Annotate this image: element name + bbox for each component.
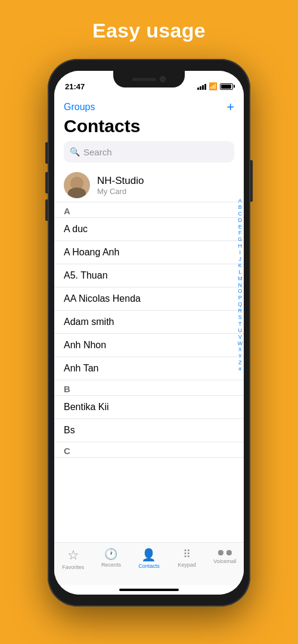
avatar [64, 172, 90, 198]
favorites-label: Favorites [62, 564, 84, 570]
section-header-b: B [54, 380, 244, 396]
tab-favorites[interactable]: ☆ Favorites [57, 548, 90, 570]
contacts-list: NH-Studio My Card A A duc A Hoang Anh A5… [54, 168, 244, 542]
list-item[interactable]: A5. Thuan [54, 264, 244, 287]
alpha-k[interactable]: K [238, 263, 242, 269]
contacts-label: Contacts [138, 563, 160, 569]
page-header: Contacts [54, 115, 244, 141]
keypad-label: Keypad [178, 562, 196, 568]
alpha-hash[interactable]: # [238, 367, 241, 373]
alpha-w[interactable]: W [238, 341, 243, 347]
phone-shell: 21:47 📶 Group [48, 59, 250, 607]
favorites-icon: ☆ [67, 548, 79, 563]
alpha-q[interactable]: Q [238, 302, 242, 308]
status-bar: 21:47 📶 [54, 71, 244, 97]
alphabet-index: A B C D E F G H I J K L M N O P Q [238, 198, 243, 373]
alpha-g[interactable]: G [238, 237, 242, 243]
list-item[interactable]: A Hoang Anh [54, 241, 244, 264]
alpha-r[interactable]: R [238, 308, 243, 314]
status-time: 21:47 [65, 82, 85, 91]
home-indicator [119, 589, 179, 591]
wifi-icon: 📶 [209, 82, 218, 90]
status-icons: 📶 [197, 82, 233, 90]
screen: 21:47 📶 Group [54, 71, 244, 595]
page-title: Easy usage [92, 19, 206, 42]
alpha-o[interactable]: O [238, 289, 242, 295]
notch-speaker [132, 78, 156, 81]
alpha-y[interactable]: Y [238, 354, 242, 359]
nav-bar: Groups + [54, 97, 244, 115]
groups-button[interactable]: Groups [64, 102, 95, 112]
add-contact-button[interactable]: + [226, 99, 234, 115]
alpha-b[interactable]: B [238, 205, 242, 211]
alpha-a[interactable]: A [238, 198, 242, 204]
alpha-e[interactable]: E [238, 224, 242, 230]
my-card-info: NH-Studio My Card [97, 175, 144, 196]
alpha-z[interactable]: Z [238, 360, 242, 366]
search-placeholder: Search [83, 147, 112, 157]
contacts-title: Contacts [64, 116, 234, 136]
list-item[interactable]: Bs [54, 419, 244, 442]
signal-icon [197, 83, 206, 90]
alpha-u[interactable]: U [238, 328, 243, 334]
alpha-x[interactable]: X [238, 347, 242, 353]
contacts-icon: 👤 [141, 548, 156, 562]
alpha-h[interactable]: H [238, 243, 243, 249]
content-area: Groups + Contacts 🔍 Search NH-Studio [54, 97, 244, 595]
list-item[interactable]: Bentika Kii [54, 396, 244, 419]
alpha-n[interactable]: N [238, 283, 243, 289]
list-item[interactable]: Anh Nhon [54, 334, 244, 357]
alpha-d[interactable]: D [238, 218, 243, 224]
recents-icon: 🕐 [104, 548, 117, 561]
battery-icon [220, 83, 233, 90]
my-card[interactable]: NH-Studio My Card [54, 168, 244, 202]
alpha-i[interactable]: I [239, 250, 241, 256]
my-card-name: NH-Studio [97, 175, 144, 187]
section-header-a: A [54, 202, 244, 218]
list-item[interactable]: AA Nicolas Henda [54, 287, 244, 311]
alpha-m[interactable]: M [238, 276, 243, 282]
voicemail-icon: ⏺⏺ [216, 548, 233, 557]
tab-keypad[interactable]: ⠿ Keypad [170, 548, 204, 568]
alpha-j[interactable]: J [239, 257, 242, 262]
alpha-t[interactable]: T [238, 321, 242, 327]
tab-bar: ☆ Favorites 🕐 Recents 👤 Contacts ⠿ Keypa… [54, 542, 244, 585]
section-header-c: C [54, 442, 244, 458]
tab-recents[interactable]: 🕐 Recents [94, 548, 128, 568]
tab-voicemail[interactable]: ⏺⏺ Voicemail [208, 548, 241, 564]
tab-contacts[interactable]: 👤 Contacts [132, 548, 166, 569]
my-card-label: My Card [97, 187, 144, 196]
alpha-c[interactable]: C [238, 211, 243, 217]
recents-label: Recents [101, 562, 121, 568]
voicemail-label: Voicemail [213, 558, 237, 564]
alpha-p[interactable]: P [238, 295, 242, 301]
search-bar[interactable]: 🔍 Search [64, 141, 234, 162]
notch-camera [160, 76, 166, 82]
alpha-v[interactable]: V [238, 334, 242, 340]
notch [113, 71, 185, 87]
alpha-f[interactable]: F [238, 230, 242, 236]
alpha-s[interactable]: S [238, 315, 242, 321]
alpha-l[interactable]: L [238, 270, 241, 276]
list-item[interactable]: A duc [54, 218, 244, 241]
list-item[interactable]: Anh Tan [54, 357, 244, 380]
list-item[interactable]: Adam smith [54, 311, 244, 334]
keypad-icon: ⠿ [183, 548, 191, 561]
search-icon: 🔍 [70, 147, 80, 157]
